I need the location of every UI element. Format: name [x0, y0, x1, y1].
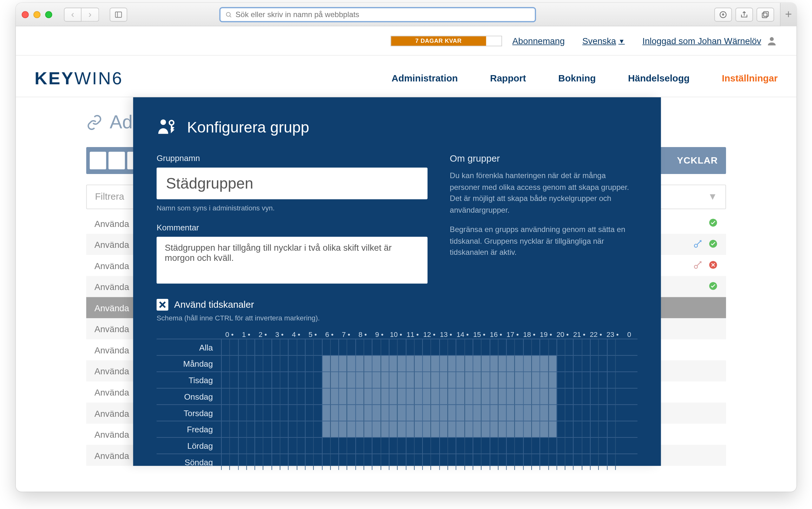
- schedule-cell[interactable]: [573, 355, 582, 371]
- schedule-cell[interactable]: [473, 438, 481, 453]
- schedule-cell[interactable]: [573, 388, 582, 404]
- schedule-cell[interactable]: [389, 421, 397, 437]
- schedule-cell[interactable]: [296, 388, 305, 404]
- schedule-cell[interactable]: [422, 438, 430, 453]
- schedule-cell[interactable]: [498, 355, 506, 371]
- schedule-cell[interactable]: [456, 355, 464, 371]
- schedule-cell[interactable]: [272, 388, 280, 404]
- schedule-cell[interactable]: [607, 372, 615, 388]
- schedule-cell[interactable]: [380, 372, 388, 388]
- schedule-cell[interactable]: [556, 405, 565, 421]
- schedule-cell[interactable]: [531, 405, 539, 421]
- schedule-cell[interactable]: [406, 421, 414, 437]
- schedule-cell[interactable]: [447, 388, 456, 404]
- schedule-cell[interactable]: [364, 454, 372, 470]
- schedule-cell[interactable]: [506, 454, 514, 470]
- schedule-cell[interactable]: [531, 355, 539, 371]
- schedule-cell[interactable]: [556, 454, 565, 470]
- schedule-cell[interactable]: [296, 438, 305, 453]
- schedule-cell[interactable]: [473, 339, 481, 355]
- schedule-cell[interactable]: [296, 421, 305, 437]
- schedule-cell[interactable]: [498, 372, 506, 388]
- group-name-input[interactable]: [157, 168, 428, 199]
- schedule-cell[interactable]: [389, 355, 397, 371]
- schedule-cell[interactable]: [246, 405, 254, 421]
- schedule-cell[interactable]: [330, 355, 338, 371]
- schedule-cell[interactable]: [422, 405, 430, 421]
- schedule-cell[interactable]: [238, 372, 246, 388]
- schedule-cell[interactable]: [548, 339, 556, 355]
- schedule-cell[interactable]: [221, 421, 229, 437]
- schedule-cell[interactable]: [531, 454, 539, 470]
- schedule-cell[interactable]: [447, 454, 456, 470]
- schedule-cell[interactable]: [431, 405, 439, 421]
- schedule-cell[interactable]: [296, 372, 305, 388]
- schedule-cell[interactable]: [431, 438, 439, 453]
- schedule-cell[interactable]: [272, 355, 280, 371]
- schedule-cell[interactable]: [372, 355, 380, 371]
- schedule-cell[interactable]: [330, 405, 338, 421]
- schedule-cell[interactable]: [473, 421, 481, 437]
- schedule-cell[interactable]: [506, 372, 514, 388]
- schedule-cell[interactable]: [246, 438, 254, 453]
- schedule-cell[interactable]: [514, 372, 523, 388]
- schedule-cell[interactable]: [288, 372, 296, 388]
- schedule-cell[interactable]: [540, 339, 548, 355]
- schedule-cell[interactable]: [523, 339, 531, 355]
- schedule-cell[interactable]: [422, 454, 430, 470]
- schedule-cell[interactable]: [573, 421, 582, 437]
- schedule-cell[interactable]: [313, 421, 322, 437]
- schedule-cell[interactable]: [590, 372, 598, 388]
- schedule-cell[interactable]: [431, 339, 439, 355]
- schedule-cell[interactable]: [389, 388, 397, 404]
- schedule-cell[interactable]: [380, 454, 388, 470]
- schedule-cell[interactable]: [414, 339, 422, 355]
- schedule-cell[interactable]: [565, 355, 573, 371]
- schedule-cell[interactable]: [313, 405, 322, 421]
- sidebar-toggle-button[interactable]: [110, 7, 127, 21]
- schedule-cell[interactable]: [322, 405, 330, 421]
- schedule-cell[interactable]: [355, 405, 364, 421]
- schedule-cell[interactable]: [288, 454, 296, 470]
- schedule-cell[interactable]: [406, 388, 414, 404]
- schedule-cell[interactable]: [296, 454, 305, 470]
- schedule-cell[interactable]: [498, 421, 506, 437]
- schedule-cell[interactable]: [364, 421, 372, 437]
- schedule-cell[interactable]: [347, 438, 355, 453]
- schedule-cell[interactable]: [288, 388, 296, 404]
- schedule-cell[interactable]: [540, 355, 548, 371]
- schedule-cell[interactable]: [280, 454, 288, 470]
- schedule-cell[interactable]: [590, 355, 598, 371]
- schedule-cell[interactable]: [481, 372, 489, 388]
- tabs-button[interactable]: [756, 7, 774, 21]
- schedule-cell[interactable]: [263, 454, 271, 470]
- comment-textarea[interactable]: [157, 237, 428, 284]
- schedule-cell[interactable]: [582, 339, 590, 355]
- schedule-cell[interactable]: [221, 438, 229, 453]
- schedule-cell[interactable]: [590, 438, 598, 453]
- schedule-cell[interactable]: [238, 405, 246, 421]
- schedule-cell[interactable]: [565, 454, 573, 470]
- schedule-cell[interactable]: [431, 421, 439, 437]
- schedule-cell[interactable]: [229, 388, 238, 404]
- schedule-cell[interactable]: [523, 388, 531, 404]
- schedule-cell[interactable]: [372, 339, 380, 355]
- schedule-cell[interactable]: [531, 339, 539, 355]
- schedule-cell[interactable]: [514, 438, 523, 453]
- schedule-cell[interactable]: [422, 339, 430, 355]
- schedule-cell[interactable]: [313, 388, 322, 404]
- schedule-cell[interactable]: [229, 421, 238, 437]
- schedule-cell[interactable]: [364, 405, 372, 421]
- toolbar-button[interactable]: [90, 152, 106, 169]
- schedule-cell[interactable]: [389, 372, 397, 388]
- schedule-cell[interactable]: [498, 438, 506, 453]
- schedule-cell[interactable]: [481, 388, 489, 404]
- schedule-cell[interactable]: [380, 421, 388, 437]
- schedule-cell[interactable]: [347, 388, 355, 404]
- schedule-cell[interactable]: [615, 421, 623, 437]
- schedule-cell[interactable]: [607, 388, 615, 404]
- schedule-cell[interactable]: [338, 421, 347, 437]
- schedule-cell[interactable]: [540, 388, 548, 404]
- schedule-cell[interactable]: [347, 339, 355, 355]
- schedule-cell[interactable]: [272, 454, 280, 470]
